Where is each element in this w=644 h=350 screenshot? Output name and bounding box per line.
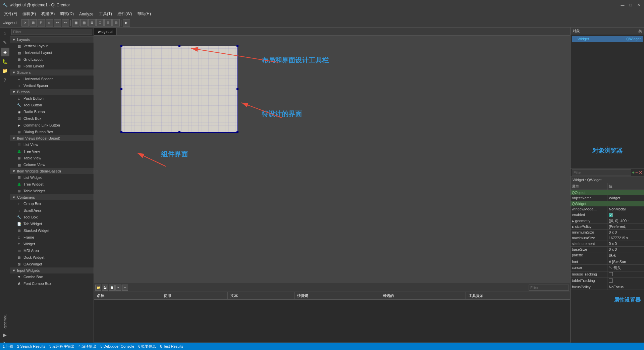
bt-cut-btn[interactable]: ✂ [115, 285, 121, 291]
tb-layout5-btn[interactable]: ⊞ [104, 19, 112, 27]
tb-layout1-btn[interactable]: ▦ [72, 19, 79, 27]
prop-row-font[interactable]: font A [SimSun [571, 259, 644, 265]
tb-layout4-btn[interactable]: ⊡ [96, 19, 104, 27]
prop-row-basesize[interactable]: baseSize 0 x 0 [571, 247, 644, 252]
window-controls[interactable]: — □ ✕ [620, 2, 641, 8]
widget-list-view[interactable]: ☰ List View [10, 141, 94, 148]
prop-row-sizepolicy[interactable]: sizePolicy [Preferred, [571, 224, 644, 230]
menu-analyze[interactable]: Analyze [76, 11, 96, 17]
bt-save-btn[interactable]: 💾 [102, 285, 108, 291]
prop-row-palette[interactable]: palette 继承 [571, 252, 644, 259]
prop-row-windowmodal[interactable]: windowModal... NonModal [571, 206, 644, 212]
widget-tool-box[interactable]: 🔧 Tool Box [10, 214, 94, 220]
handle-tm[interactable] [178, 45, 180, 47]
status-compile[interactable]: 4 编译输出 [78, 344, 96, 349]
status-search[interactable]: 2 Search Results [17, 344, 45, 348]
close-button[interactable]: ✕ [636, 2, 641, 8]
menu-debug[interactable]: 调试(D) [57, 10, 76, 17]
handle-tr[interactable] [236, 45, 238, 47]
prop-val-enabled[interactable]: ✓ [607, 212, 644, 218]
prop-row-sizeincrement[interactable]: sizeIncrement 0 x 0 [571, 241, 644, 247]
tb-close-btn[interactable]: ✕ [21, 19, 29, 27]
tb-redo-btn[interactable]: ↪ [62, 19, 69, 27]
tb-layout3-btn[interactable]: ⊠ [88, 19, 96, 27]
activity-project[interactable]: 📁 [1, 66, 9, 75]
minimize-button[interactable]: — [620, 2, 625, 8]
prop-row-mousetracking[interactable]: mouseTracking [571, 271, 644, 278]
enabled-checkbox[interactable]: ✓ [609, 213, 613, 217]
widget-combo-box[interactable]: ▼ Combo Box [10, 273, 94, 280]
prop-row-geometry[interactable]: geometry [(0, 0), 400 : [571, 218, 644, 224]
menu-file[interactable]: 文件(F) [1, 10, 20, 17]
handle-mr[interactable] [236, 88, 238, 90]
handle-tl[interactable] [120, 45, 122, 47]
prop-val-tablettracking[interactable] [607, 278, 644, 284]
status-output[interactable]: 3 应用程序输出 [49, 344, 74, 349]
maximize-button[interactable]: □ [628, 2, 633, 8]
section-spacers[interactable]: ▼ Spacers [10, 69, 94, 76]
tb-undo-btn[interactable]: ↩ [54, 19, 61, 27]
bt-copy-btn[interactable]: 📋 [109, 285, 115, 291]
prop-val-mousetracking[interactable] [607, 271, 644, 278]
widget-scroll-area[interactable]: ↕ Scroll Area [10, 207, 94, 214]
widget-stacked-widget[interactable]: ⊞ Stacked Widget [10, 227, 94, 234]
menu-help[interactable]: 帮助(H) [135, 10, 154, 17]
activity-design[interactable]: ◈ [1, 48, 9, 56]
widget-h-spacer[interactable]: ↔ Horizontal Spacer [10, 76, 94, 82]
prop-close-btn[interactable]: ✕ [639, 170, 643, 175]
menu-edit[interactable]: 编辑(E) [20, 10, 39, 17]
status-problems[interactable]: 1 问题 [3, 344, 13, 349]
obj-item-widget[interactable]: □ Widget QWidget [572, 36, 643, 42]
prop-add-btn[interactable]: + [632, 170, 635, 175]
bt-edit-btn[interactable]: ✏ [122, 285, 128, 291]
handle-bm[interactable] [178, 131, 180, 133]
widget-command-link[interactable]: ▶ Command Link Button [10, 122, 94, 129]
widget-vertical-layout[interactable]: ▥ Vertical Layout [10, 43, 94, 49]
tb-layout6-btn[interactable]: ⊟ [112, 19, 120, 27]
widget-group-box[interactable]: □ Group Box [10, 200, 94, 207]
tb-run-btn[interactable]: ▶ [123, 19, 130, 27]
prop-row-enabled[interactable]: enabled ✓ [571, 212, 644, 218]
prop-row-maximumsize[interactable]: maximumSize 16777215 x [571, 235, 644, 241]
section-layouts[interactable]: ▼ Layouts [10, 37, 94, 43]
handle-br[interactable] [236, 131, 238, 133]
status-overview[interactable]: 6 概要信息 [138, 344, 156, 349]
widget-push-button[interactable]: □ Push Button [10, 95, 94, 102]
prop-row-cursor[interactable]: cursor ↖ 箭头 [571, 265, 644, 271]
widget-mdi-area[interactable]: ⊞ MDI Area [10, 247, 94, 254]
section-buttons[interactable]: ▼ Buttons [10, 89, 94, 95]
status-debugger[interactable]: 5 Debugger Console [100, 344, 134, 348]
widget-font-combo-box[interactable]: A Font Combo Box [10, 280, 94, 287]
tb-paste-btn[interactable]: ⎅ [46, 19, 53, 27]
status-tests[interactable]: 8 Test Results [160, 344, 183, 348]
menu-tools[interactable]: 工具(T) [96, 10, 115, 17]
widget-column-view[interactable]: ▥ Column View [10, 161, 94, 168]
widget-tree-widget[interactable]: 🌲 Tree Widget [10, 181, 94, 188]
section-item-widgets[interactable]: ▼ Item Widgets (Item-Based) [10, 168, 94, 174]
section-containers[interactable]: ▼ Containers [10, 194, 94, 200]
design-tab[interactable]: widget.ui [94, 28, 117, 35]
tb-layout2-btn[interactable]: ▤ [80, 19, 88, 27]
activity-run[interactable]: ▶ [1, 331, 9, 339]
widget-radio-button[interactable]: ◉ Radio Button [10, 108, 94, 115]
tablettracking-checkbox[interactable] [609, 279, 613, 283]
widget-filter-input[interactable] [11, 29, 92, 35]
widget-widget[interactable]: □ Widget [10, 241, 94, 247]
property-filter-input[interactable] [572, 169, 631, 176]
prop-row-objectname[interactable]: objectName Widget [571, 195, 644, 201]
widget-tree-view[interactable]: 🌲 Tree View [10, 148, 94, 155]
widget-tab-widget[interactable]: 📑 Tab Widget [10, 220, 94, 227]
prop-row-minimumsize[interactable]: minimumSize 0 x 0 [571, 230, 644, 235]
prop-row-focuspolicy[interactable]: focusPolicy NoFocus [571, 284, 644, 290]
widget-form-layout[interactable]: ⊟ Form Layout [10, 63, 94, 69]
widget-table-widget[interactable]: ⊞ Table Widget [10, 188, 94, 194]
section-input-widgets[interactable]: ▼ Input Widgets [10, 267, 94, 273]
widget-tool-button[interactable]: 🔧 Tool Button [10, 102, 94, 108]
prop-row-tablettracking[interactable]: tabletTracking [571, 278, 644, 284]
widget-v-spacer[interactable]: ↕ Vertical Spacer [10, 82, 94, 89]
prop-val-objectname[interactable]: Widget [607, 195, 644, 201]
activity-help[interactable]: ? [1, 76, 9, 85]
tb-new-btn[interactable]: ⊞ [30, 19, 37, 27]
handle-bl[interactable] [120, 131, 122, 133]
canvas-widget[interactable] [121, 46, 238, 133]
